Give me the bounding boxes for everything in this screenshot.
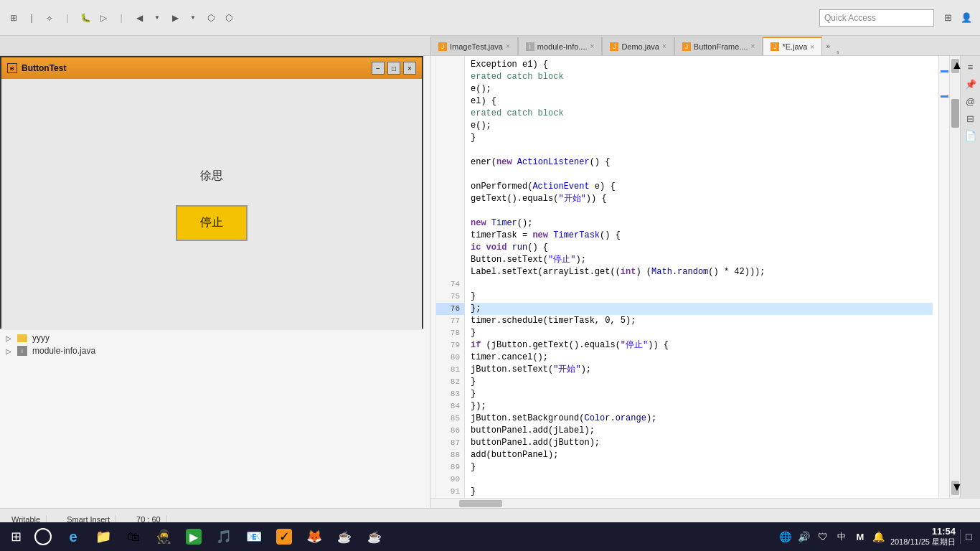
sidebar-doc-icon[interactable]: 📄 (963, 128, 979, 143)
code-line-82: } (471, 376, 933, 388)
taskbar-store[interactable]: 🛍 (119, 524, 148, 550)
code-line-80: timer.cancel(); (471, 352, 933, 364)
tab-moduleinfo[interactable]: i module-info.... × (518, 37, 603, 55)
tab-close-moduleinfo[interactable]: × (590, 42, 595, 50)
tab-close-buttonframe[interactable]: × (751, 42, 755, 50)
code-line-88: add(buttonPanel); (471, 449, 933, 461)
code-line-83: } (471, 388, 933, 400)
nav-forward-dropdown[interactable]: ▼ (185, 10, 201, 26)
quick-access-input[interactable]: Quick Access (819, 9, 934, 27)
start-icon: ⊞ (11, 529, 22, 545)
code-line-76: }; (471, 303, 933, 315)
taskbar-date-display: 2018/11/25 星期日 (890, 537, 956, 547)
taskbar-music[interactable]: 🎵 (209, 524, 238, 550)
swing-title: B ButtonTest (7, 63, 66, 73)
taskbar-java2[interactable]: ☕ (360, 524, 389, 550)
ide-container: ⊞ | ⟡ | 🐛 ▷ | ◀ ▼ ▶ ▼ ⬡ ⬡ Quick Access ⊞… (0, 0, 980, 551)
tree-label-moduleinfo: module-info.java (32, 346, 95, 356)
v-scrollbar[interactable]: ▲ ▼ (949, 56, 960, 498)
taskbar-app2[interactable]: ▶ (179, 524, 208, 550)
nav-back-btn[interactable]: ◀ (131, 10, 147, 26)
nav-extra2[interactable]: ⬡ (221, 10, 237, 26)
tab-demo[interactable]: J Demo.java × (602, 37, 674, 55)
line-num-pre12 (436, 193, 464, 205)
tab-close-demo[interactable]: × (662, 42, 666, 50)
swing-window-title: ButtonTest (22, 63, 66, 73)
taskbar-clock[interactable]: 11:54 2018/11/25 星期日 (890, 526, 956, 547)
line-num-74: 74 (436, 278, 464, 291)
toolbar-btn-4[interactable]: 🐛 (77, 10, 93, 26)
line-num-75: 75 (436, 291, 464, 303)
tray-input-zh[interactable]: 中 (834, 529, 849, 544)
tray-notification[interactable]: 🔔 (872, 529, 886, 544)
line-num-81: 81 (436, 364, 464, 376)
line-num-89: 89 (436, 461, 464, 474)
explorer-icon: 📁 (95, 528, 112, 545)
h-scroll-thumb[interactable] (459, 500, 502, 507)
swing-maximize-btn[interactable]: □ (387, 62, 400, 75)
nav-extra[interactable]: ⬡ (203, 10, 219, 26)
swing-minimize-btn[interactable]: − (372, 62, 385, 75)
line-num-85: 85 (436, 413, 464, 425)
h-scrollbar[interactable] (430, 498, 980, 508)
v-scroll-up[interactable]: ▲ (951, 59, 959, 73)
toolbar-btn-2[interactable]: | (24, 10, 39, 26)
line-num-pre16 (436, 242, 464, 254)
code-line-a3: e(); (471, 83, 933, 95)
code-line-a17: Button.setText("停止"); (471, 254, 933, 266)
perspective-btn[interactable]: ⊞ (940, 10, 956, 26)
toolbar-btn-sep: | (60, 10, 75, 26)
tray-network[interactable]: 🌐 (778, 529, 793, 544)
toolbar-btn-5[interactable]: ▷ (95, 10, 111, 26)
sidebar-task-icon[interactable]: ≡ (963, 59, 979, 75)
tray-shield[interactable]: 🛡 (816, 529, 830, 544)
tab-close-ejava[interactable]: × (810, 43, 814, 51)
sidebar-at-icon[interactable]: @ (963, 93, 979, 109)
tray-input-m[interactable]: M (853, 529, 867, 544)
tray-sound[interactable]: 🔊 (797, 529, 811, 544)
tabs-overflow-btn[interactable]: » (822, 37, 834, 55)
swing-content: 徐思 停止 (1, 79, 422, 330)
v-scroll-thumb[interactable] (951, 99, 959, 128)
open-perspective-btn[interactable]: 👤 (958, 10, 974, 26)
file-tree: ▷ yyyy ▷ i module-info.java (0, 329, 430, 508)
tree-item-moduleinfo[interactable]: ▷ i module-info.java (0, 344, 430, 357)
line-num-78: 78 (436, 327, 464, 339)
left-panel: B ButtonTest − □ × 徐思 停止 ▷ (0, 56, 430, 508)
sidebar-outline-icon[interactable]: ⊟ (963, 110, 979, 126)
tray-show-desktop[interactable]: □ (960, 529, 974, 544)
nav-back-dropdown[interactable]: ▼ (149, 10, 165, 26)
taskbar-edge[interactable]: e (59, 524, 88, 550)
tab-ejava[interactable]: J *E.java × (763, 37, 822, 55)
taskbar-mail[interactable]: 📧 (240, 524, 268, 550)
code-line-a9: ener(new ActionListener() { (471, 156, 933, 169)
taskbar-tasks[interactable]: ✓ (270, 524, 298, 550)
tab-imagetest[interactable]: J ImageTest.java × (430, 37, 518, 55)
nav-forward-btn[interactable]: ▶ (167, 10, 183, 26)
code-editor[interactable]: Exception e1) { erated catch block e(); … (465, 56, 938, 498)
app1-icon: 🥷 (155, 528, 172, 545)
code-line-79: if (jButton.getText().equals("停止")) { (471, 339, 933, 352)
tab-buttonframe[interactable]: J ButtonFrame.... × (674, 37, 763, 55)
tree-item-yyyy[interactable]: ▷ yyyy (0, 331, 430, 344)
swing-close-btn[interactable]: × (403, 62, 416, 75)
line-num-pre9 (436, 156, 464, 169)
tab-label-buttonframe: ButtonFrame.... (694, 42, 748, 51)
start-button[interactable]: ⊞ (3, 524, 29, 550)
taskbar-app1[interactable]: 🥷 (149, 524, 178, 550)
tab-close-imagetest[interactable]: × (506, 42, 510, 50)
taskbar-firefox[interactable]: 🦊 (300, 524, 329, 550)
taskbar-explorer[interactable]: 📁 (89, 524, 118, 550)
toolbar-btn-1[interactable]: ⊞ (6, 10, 22, 26)
taskbar-search[interactable] (29, 524, 57, 550)
left-gutter (430, 56, 436, 498)
toolbar-btn-3[interactable]: ⟡ (42, 10, 57, 26)
taskbar-java1[interactable]: ☕ (330, 524, 359, 550)
swing-stop-button[interactable]: 停止 (176, 205, 248, 241)
v-scroll-down[interactable]: ▼ (951, 481, 959, 495)
line-num-pre14 (436, 217, 464, 230)
line-num-pre11 (436, 181, 464, 193)
tasks-icon: ✓ (276, 529, 292, 545)
sidebar-bookmark-icon[interactable]: 📌 (963, 76, 979, 92)
line-num-pre7 (436, 132, 464, 144)
